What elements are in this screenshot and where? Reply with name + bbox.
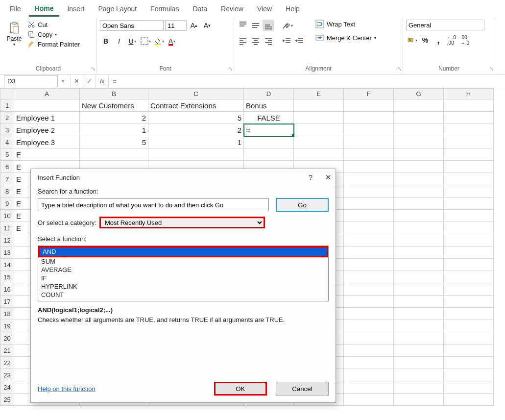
italic-button[interactable]: I <box>113 35 125 47</box>
merge-center-button[interactable]: Merge & Center ▾ <box>315 33 376 42</box>
align-top-icon[interactable] <box>237 20 249 31</box>
row-header[interactable]: 9 <box>0 198 14 210</box>
row-header[interactable]: 2 <box>0 112 14 124</box>
name-box[interactable] <box>4 75 58 87</box>
row-header[interactable]: 5 <box>0 148 14 161</box>
row-header[interactable]: 1 <box>0 99 14 112</box>
category-select[interactable]: Most Recently Used <box>99 217 265 228</box>
cell[interactable] <box>244 136 294 148</box>
cell[interactable] <box>14 99 80 112</box>
select-all-corner[interactable] <box>0 89 14 99</box>
row-header[interactable]: 22 <box>0 357 14 369</box>
function-option-and[interactable]: AND <box>38 246 328 257</box>
cell[interactable]: 5 <box>148 112 244 124</box>
row-header[interactable]: 20 <box>0 332 14 345</box>
cell[interactable]: Employee 1 <box>14 112 80 124</box>
alignment-launcher-icon[interactable]: ⤡ <box>397 66 402 72</box>
tab-review[interactable]: Review <box>215 2 249 16</box>
tab-home[interactable]: Home <box>29 1 60 17</box>
align-middle-icon[interactable] <box>250 20 262 31</box>
row-header[interactable]: 7 <box>0 173 14 185</box>
comma-format-icon[interactable]: , <box>433 34 444 46</box>
function-option-sum[interactable]: SUM <box>38 257 328 266</box>
decrease-indent-icon[interactable] <box>281 35 293 47</box>
cancel-formula-icon[interactable]: ✕ <box>70 75 83 87</box>
row-header[interactable]: 12 <box>0 234 14 247</box>
format-painter-button[interactable]: Format Painter <box>27 40 80 48</box>
col-header-h[interactable]: H <box>444 89 494 99</box>
cell[interactable]: 2 <box>80 112 148 124</box>
number-launcher-icon[interactable]: ⤡ <box>489 66 494 72</box>
col-header-a[interactable]: A <box>14 89 80 99</box>
cut-button[interactable]: Cut <box>27 21 80 28</box>
cell[interactable]: Employee 3 <box>14 136 80 148</box>
cell[interactable]: Employee 2 <box>14 124 80 136</box>
tab-insert[interactable]: Insert <box>61 2 90 16</box>
col-header-b[interactable]: B <box>80 89 148 99</box>
cell[interactable]: 1 <box>148 136 244 148</box>
decrease-font-icon[interactable]: A▾ <box>201 20 213 31</box>
fill-color-button[interactable] <box>153 35 165 47</box>
border-button[interactable] <box>140 35 151 47</box>
ok-button[interactable]: OK <box>214 382 267 395</box>
tab-data[interactable]: Data <box>187 2 213 16</box>
align-bottom-icon[interactable] <box>263 20 274 31</box>
function-option-if[interactable]: IF <box>38 274 328 282</box>
bold-button[interactable]: B <box>100 35 112 47</box>
row-header[interactable]: 3 <box>0 124 14 136</box>
paste-button[interactable]: Paste ▾ <box>3 20 25 47</box>
increase-decimal-icon[interactable]: ←.0.00 <box>446 34 457 46</box>
row-header[interactable]: 11 <box>0 222 14 234</box>
align-center-icon[interactable] <box>250 35 262 47</box>
row-header[interactable]: 25 <box>0 394 14 406</box>
tab-help[interactable]: Help <box>280 2 306 16</box>
help-link[interactable]: Help on this function <box>38 385 96 393</box>
search-function-input[interactable] <box>38 198 269 211</box>
align-right-icon[interactable] <box>263 35 274 47</box>
row-header[interactable]: 13 <box>0 247 14 259</box>
row-header[interactable]: 14 <box>0 259 14 271</box>
function-option-max[interactable]: MAX <box>38 299 328 301</box>
col-header-e[interactable]: E <box>294 89 344 99</box>
cell[interactable]: E <box>14 148 80 161</box>
accounting-format-icon[interactable]: $ <box>406 34 418 46</box>
row-header[interactable]: 15 <box>0 271 14 283</box>
row-header[interactable]: 8 <box>0 185 14 198</box>
cell[interactable]: 2 <box>148 124 244 136</box>
row-header[interactable]: 4 <box>0 136 14 148</box>
font-family-select[interactable] <box>100 20 164 31</box>
function-option-average[interactable]: AVERAGE <box>38 266 328 274</box>
row-header[interactable]: 19 <box>0 320 14 332</box>
cancel-button[interactable]: Cancel <box>276 382 329 395</box>
tab-file[interactable]: File <box>4 2 27 16</box>
go-button[interactable]: Go <box>276 198 329 212</box>
copy-button[interactable]: Copy ▾ <box>27 30 80 38</box>
formula-input[interactable] <box>108 75 505 87</box>
wrap-text-button[interactable]: Wrap Text <box>315 20 376 28</box>
cell[interactable]: 1 <box>80 124 148 136</box>
cell[interactable]: 5 <box>80 136 148 148</box>
cell[interactable]: FALSE <box>244 112 294 124</box>
row-header[interactable]: 6 <box>0 161 14 173</box>
col-header-d[interactable]: D <box>244 89 294 99</box>
tab-page-layout[interactable]: Page Layout <box>92 2 143 16</box>
dialog-help-icon[interactable]: ? <box>309 173 313 182</box>
cell[interactable]: Bonus <box>244 99 294 112</box>
function-listbox[interactable]: AND SUM AVERAGE IF HYPERLINK COUNT MAX <box>38 246 329 301</box>
insert-function-icon[interactable]: fx <box>96 75 108 87</box>
row-header[interactable]: 18 <box>0 308 14 320</box>
function-option-hyperlink[interactable]: HYPERLINK <box>38 282 328 291</box>
font-size-select[interactable] <box>165 20 187 31</box>
number-format-select[interactable] <box>406 20 484 30</box>
col-header-c[interactable]: C <box>148 89 244 99</box>
col-header-f[interactable]: F <box>344 89 394 99</box>
underline-button[interactable]: U <box>126 35 138 47</box>
cell[interactable]: New Customers <box>80 99 148 112</box>
font-color-button[interactable]: A <box>166 35 178 47</box>
tab-formulas[interactable]: Formulas <box>144 2 185 16</box>
dialog-close-icon[interactable]: ✕ <box>325 173 332 182</box>
font-launcher-icon[interactable]: ⤡ <box>228 66 233 72</box>
active-cell[interactable]: = <box>244 124 294 136</box>
row-header[interactable]: 23 <box>0 369 14 381</box>
row-header[interactable]: 16 <box>0 283 14 296</box>
